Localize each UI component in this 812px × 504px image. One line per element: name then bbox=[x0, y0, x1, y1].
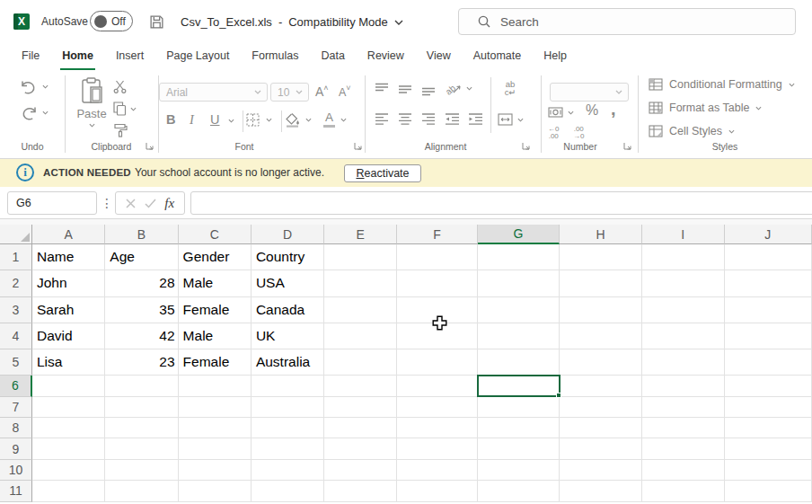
borders-button[interactable] bbox=[246, 113, 272, 127]
number-dialog-launcher[interactable] bbox=[623, 142, 632, 151]
align-bottom-icon[interactable] bbox=[421, 83, 436, 96]
cell-f5[interactable] bbox=[397, 349, 477, 376]
cell-f2[interactable] bbox=[397, 270, 477, 296]
cell-e1[interactable] bbox=[324, 244, 397, 270]
cell-e7[interactable] bbox=[324, 397, 397, 418]
cell-e4[interactable] bbox=[324, 323, 397, 349]
cell-e6[interactable] bbox=[324, 376, 397, 396]
cell-j5[interactable] bbox=[725, 349, 812, 376]
cell-c10[interactable] bbox=[179, 460, 252, 481]
cell-d8[interactable] bbox=[252, 418, 324, 438]
cell-c9[interactable] bbox=[179, 438, 252, 459]
tab-file[interactable]: File bbox=[20, 46, 41, 70]
row-header-6[interactable]: 6 bbox=[0, 376, 32, 396]
excel-app-icon[interactable]: X bbox=[13, 13, 30, 30]
cell-d1[interactable]: Country bbox=[252, 244, 324, 270]
cell-j10[interactable] bbox=[725, 460, 812, 481]
cell-c3[interactable]: Female bbox=[179, 297, 252, 323]
column-header-i[interactable]: I bbox=[642, 225, 725, 244]
cell-d2[interactable]: USA bbox=[252, 270, 324, 296]
cell-i10[interactable] bbox=[642, 460, 725, 481]
autosave-toggle[interactable]: Off bbox=[90, 11, 133, 31]
tab-data[interactable]: Data bbox=[319, 46, 346, 70]
save-icon[interactable] bbox=[149, 14, 164, 30]
font-color-button[interactable]: A bbox=[323, 111, 347, 128]
wrap-text-button[interactable]: abc↵ bbox=[500, 80, 520, 96]
tab-page-layout[interactable]: Page Layout bbox=[164, 46, 231, 70]
cell-g1[interactable] bbox=[478, 244, 560, 270]
cell-d11[interactable] bbox=[252, 481, 324, 501]
cell-e3[interactable] bbox=[324, 297, 397, 323]
cell-h10[interactable] bbox=[560, 460, 642, 481]
cell-d10[interactable] bbox=[252, 460, 324, 481]
font-size-select[interactable]: 10 bbox=[270, 83, 309, 102]
cell-g5[interactable] bbox=[478, 349, 560, 376]
cell-a8[interactable] bbox=[32, 418, 105, 438]
enter-icon[interactable] bbox=[145, 199, 156, 208]
decrease-decimal-button[interactable]: .00→0 bbox=[573, 126, 584, 140]
cell-g9[interactable] bbox=[478, 438, 560, 459]
cell-c7[interactable] bbox=[179, 397, 252, 418]
reactivate-button[interactable]: Reactivate bbox=[344, 164, 421, 182]
column-header-d[interactable]: D bbox=[252, 225, 324, 244]
conditional-formatting-button[interactable]: Conditional Formatting bbox=[649, 78, 795, 91]
formula-input[interactable] bbox=[190, 191, 812, 215]
row-header-9[interactable]: 9 bbox=[0, 438, 32, 459]
underline-button[interactable]: U bbox=[210, 112, 219, 127]
cell-f9[interactable] bbox=[397, 438, 477, 459]
cell-g3[interactable] bbox=[478, 297, 560, 323]
merge-center-button[interactable] bbox=[498, 113, 524, 126]
cell-i7[interactable] bbox=[642, 397, 725, 418]
cell-a11[interactable] bbox=[32, 481, 105, 501]
cell-c8[interactable] bbox=[179, 418, 252, 438]
cell-c5[interactable]: Female bbox=[179, 349, 252, 376]
align-right-icon[interactable] bbox=[421, 113, 436, 126]
cell-c4[interactable]: Male bbox=[179, 323, 252, 349]
cell-b7[interactable] bbox=[105, 397, 178, 418]
row-header-1[interactable]: 1 bbox=[0, 244, 32, 270]
cell-a6[interactable] bbox=[32, 376, 105, 396]
align-top-icon[interactable] bbox=[375, 83, 389, 96]
cell-styles-button[interactable]: Cell Styles bbox=[649, 125, 735, 137]
cell-i6[interactable] bbox=[642, 376, 725, 396]
cell-f7[interactable] bbox=[397, 397, 477, 418]
cut-button[interactable] bbox=[113, 80, 127, 93]
cell-f6[interactable] bbox=[397, 376, 477, 396]
column-header-c[interactable]: C bbox=[179, 225, 252, 244]
cell-a5[interactable]: Lisa bbox=[32, 349, 105, 376]
cell-d5[interactable]: Australia bbox=[252, 349, 324, 376]
cell-i1[interactable] bbox=[642, 244, 725, 270]
format-painter-button[interactable] bbox=[113, 123, 128, 137]
cancel-icon[interactable] bbox=[126, 199, 136, 208]
percent-style-button[interactable]: % bbox=[586, 102, 598, 119]
tab-automate[interactable]: Automate bbox=[472, 46, 524, 70]
cell-e5[interactable] bbox=[324, 349, 397, 376]
cell-a7[interactable] bbox=[32, 397, 105, 418]
column-header-e[interactable]: E bbox=[324, 225, 397, 244]
fill-handle[interactable] bbox=[556, 393, 561, 398]
tab-help[interactable]: Help bbox=[542, 46, 569, 70]
cell-f1[interactable] bbox=[397, 244, 477, 270]
cell-i3[interactable] bbox=[642, 297, 725, 323]
row-header-4[interactable]: 4 bbox=[0, 323, 32, 349]
cell-e9[interactable] bbox=[324, 438, 397, 459]
cell-i8[interactable] bbox=[642, 418, 725, 438]
column-header-j[interactable]: J bbox=[725, 225, 812, 244]
cell-c11[interactable] bbox=[179, 481, 252, 501]
cell-b1[interactable]: Age bbox=[105, 244, 178, 270]
cell-d9[interactable] bbox=[252, 438, 324, 459]
cell-j8[interactable] bbox=[725, 418, 812, 438]
cell-j2[interactable] bbox=[725, 270, 812, 296]
orientation-button[interactable]: ab bbox=[446, 81, 472, 95]
search-box[interactable]: Search bbox=[458, 8, 796, 35]
cell-g4[interactable] bbox=[478, 323, 560, 349]
cell-h5[interactable] bbox=[560, 349, 642, 376]
cell-i2[interactable] bbox=[642, 270, 725, 296]
cell-h7[interactable] bbox=[560, 397, 642, 418]
cell-e10[interactable] bbox=[324, 460, 397, 481]
cell-e11[interactable] bbox=[324, 481, 397, 501]
number-format-select[interactable] bbox=[550, 83, 629, 102]
format-as-table-button[interactable]: Format as Table bbox=[649, 102, 762, 114]
cell-j11[interactable] bbox=[725, 481, 812, 501]
cell-b3[interactable]: 35 bbox=[105, 297, 178, 323]
